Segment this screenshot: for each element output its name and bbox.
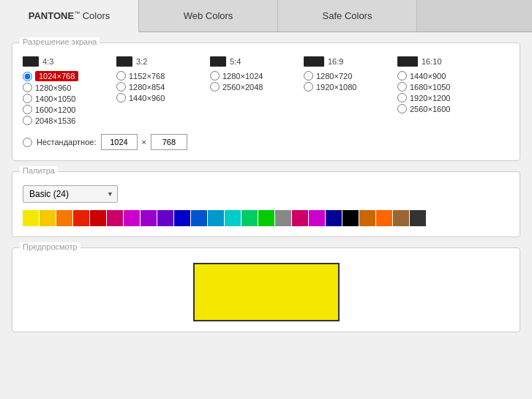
monitor-icon-4-3 [23,56,39,67]
main-container: PANTONE™ Colors Web Colors Safe Colors Р… [0,0,532,399]
color-swatch-13[interactable] [241,210,258,226]
res-row-1400x1050: 1400×1050 [23,94,110,103]
radio-1280x1024[interactable] [210,71,220,81]
color-swatch-2[interactable] [56,210,72,226]
res-group-16-10: 16:10 1440×900 1680×1050 1920×1200 [397,56,485,127]
custom-resolution-label: Нестандартное: [37,138,97,146]
res-group-header-16-10: 16:10 [397,56,485,67]
resolution-section: Разрешение экрана 4:3 1024×768 1280×960 [12,42,520,161]
radio-1920x1080[interactable] [304,82,313,92]
color-swatch-10[interactable] [191,210,207,226]
color-swatch-11[interactable] [208,210,224,226]
res-label-1280x1024: 1280×1024 [222,72,263,81]
preview-area [23,256,509,321]
res-label-1680x1050: 1680×1050 [410,83,450,92]
monitor-icon-16-9 [304,56,324,67]
ratio-label-16-9: 16:9 [328,57,343,66]
res-row-2048x1536: 2048×1536 [23,116,110,125]
monitor-icon-5-4 [210,56,226,67]
res-row-1680x1050: 1680×1050 [397,82,485,92]
radio-2560x2048[interactable] [210,82,220,92]
preview-color-rect [193,263,340,321]
res-label-1440x900: 1440×900 [410,72,446,81]
color-swatch-14[interactable] [258,210,274,226]
radio-1400x1050[interactable] [23,94,32,103]
res-row-1152x768: 1152×768 [116,71,204,81]
res-label-1280x960: 1280×960 [35,83,71,92]
color-swatch-17[interactable] [309,210,325,226]
radio-1024x768[interactable] [23,72,32,81]
tab-pantone[interactable]: PANTONE™ Colors [0,0,139,32]
color-swatch-0[interactable] [23,210,39,226]
custom-width-input[interactable] [101,134,138,150]
color-swatch-22[interactable] [393,210,409,226]
radio-1600x1200[interactable] [23,105,32,114]
radio-1280x960[interactable] [23,83,32,92]
palette-select[interactable]: Basic (24) Extended Custom [23,185,118,203]
tab-pantone-label: PANTONE™ Colors [29,10,110,21]
color-swatch-3[interactable] [73,210,89,226]
radio-custom[interactable] [23,138,32,147]
res-row-1024x768: 1024×768 [23,71,110,81]
res-label-1152x768: 1152×768 [129,72,165,81]
tab-safe[interactable]: Safe Colors [278,0,417,31]
color-swatch-18[interactable] [326,210,342,226]
res-group-16-9: 16:9 1280×720 1920×1080 [304,56,391,127]
res-label-1920x1080: 1920×1080 [316,83,356,92]
ratio-label-5-4: 5:4 [230,57,241,66]
color-swatch-23[interactable] [410,210,426,226]
radio-1280x854[interactable] [116,82,126,92]
res-row-1280x960: 1280×960 [23,83,110,92]
res-group-3-2: 3:2 1152×768 1280×854 1440×960 [116,56,204,127]
radio-1280x720[interactable] [304,71,313,81]
res-row-2560x1600: 2560×1600 [397,104,485,113]
res-label-1400x1050: 1400×1050 [35,94,75,103]
res-row-1440x960: 1440×960 [116,93,204,102]
res-group-header-4-3: 4:3 [23,56,110,67]
palette-dropdown-row: Basic (24) Extended Custom [23,185,509,203]
color-swatch-12[interactable] [225,210,241,226]
color-swatch-5[interactable] [107,210,123,226]
radio-1680x1050[interactable] [397,82,407,92]
res-group-header-5-4: 5:4 [210,56,298,67]
radio-1440x900[interactable] [397,71,407,81]
ratio-label-3-2: 3:2 [136,57,147,66]
res-group-header-16-9: 16:9 [304,56,391,67]
monitor-icon-16-10 [397,56,418,67]
radio-2560x1600[interactable] [397,104,407,113]
color-swatch-6[interactable] [124,210,140,226]
res-label-1280x854: 1280×854 [129,83,165,92]
res-row-1600x1200: 1600×1200 [23,105,110,114]
res-group-4-3: 4:3 1024×768 1280×960 1400×1050 [23,56,110,127]
color-swatch-4[interactable] [90,210,106,226]
res-row-1280x720: 1280×720 [304,71,391,81]
radio-1920x1200[interactable] [397,93,407,102]
monitor-icon-3-2 [116,56,132,67]
res-label-2560x2048: 2560×2048 [222,83,263,92]
res-group-header-3-2: 3:2 [116,56,204,67]
res-label-1920x1200: 1920×1200 [410,94,450,102]
res-label-1440x960: 1440×960 [129,94,165,102]
tab-web[interactable]: Web Colors [139,0,278,31]
palette-select-wrapper[interactable]: Basic (24) Extended Custom [23,185,118,203]
color-swatch-20[interactable] [359,210,375,226]
res-row-2560x2048: 2560×2048 [210,82,298,92]
radio-2048x1536[interactable] [23,116,32,125]
color-swatch-7[interactable] [141,210,157,226]
color-swatch-8[interactable] [157,210,173,226]
radio-1152x768[interactable] [116,71,126,81]
color-swatch-9[interactable] [174,210,190,226]
tab-web-label: Web Colors [184,10,233,21]
color-swatch-15[interactable] [275,210,291,226]
color-swatch-21[interactable] [376,210,392,226]
res-row-1920x1200: 1920×1200 [397,93,485,102]
color-swatch-16[interactable] [292,210,308,226]
custom-height-input[interactable] [151,134,187,150]
color-swatch-19[interactable] [342,210,359,226]
radio-1440x960[interactable] [116,93,126,102]
ratio-label-16-10: 16:10 [422,57,442,66]
res-row-1280x1024: 1280×1024 [210,71,298,81]
palette-section: Палитра Basic (24) Extended Custom [12,171,520,237]
selected-res-label: 1024×768 [35,71,78,81]
color-swatch-1[interactable] [40,210,56,226]
